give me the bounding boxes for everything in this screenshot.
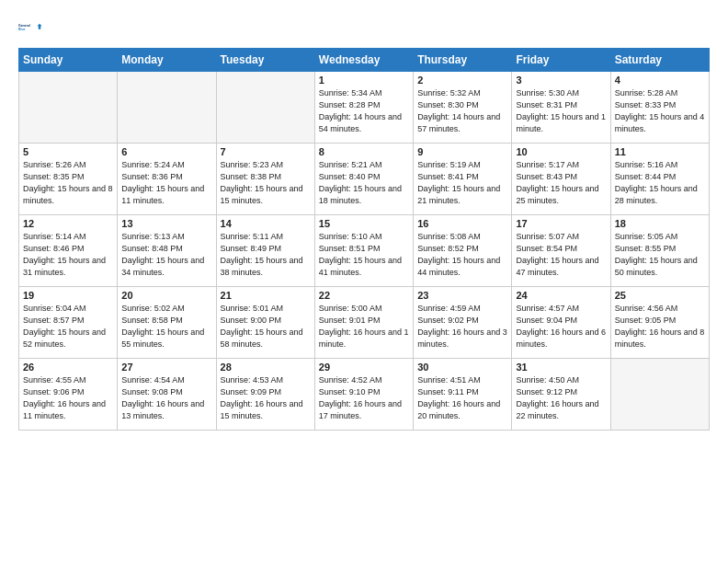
day-info: Sunrise: 4:54 AMSunset: 9:08 PMDaylight:… (121, 374, 211, 422)
calendar-header-saturday: Saturday (610, 49, 709, 72)
calendar-cell (610, 359, 709, 431)
calendar-cell: 23Sunrise: 4:59 AMSunset: 9:02 PMDayligh… (414, 287, 512, 359)
day-info: Sunrise: 5:01 AMSunset: 9:00 PMDaylight:… (221, 303, 311, 350)
day-info: Sunrise: 5:00 AMSunset: 9:01 PMDaylight:… (319, 303, 409, 350)
calendar-cell (216, 72, 314, 144)
day-number: 26 (23, 362, 113, 373)
day-number: 13 (121, 218, 211, 229)
day-info: Sunrise: 4:56 AMSunset: 9:05 PMDaylight:… (615, 303, 705, 350)
day-number: 19 (23, 290, 113, 301)
day-number: 8 (319, 146, 409, 157)
day-number: 21 (221, 290, 311, 301)
calendar-cell: 26Sunrise: 4:55 AMSunset: 9:06 PMDayligh… (19, 359, 118, 431)
day-info: Sunrise: 4:59 AMSunset: 9:02 PMDaylight:… (417, 303, 507, 350)
day-info: Sunrise: 4:52 AMSunset: 9:10 PMDaylight:… (319, 374, 409, 422)
calendar-cell: 30Sunrise: 4:51 AMSunset: 9:11 PMDayligh… (414, 359, 512, 431)
day-number: 20 (121, 290, 211, 301)
day-number: 17 (516, 218, 606, 229)
day-info: Sunrise: 5:32 AMSunset: 8:30 PMDaylight:… (417, 87, 507, 135)
calendar-cell: 20Sunrise: 5:02 AMSunset: 8:58 PMDayligh… (118, 287, 216, 359)
calendar-cell: 13Sunrise: 5:13 AMSunset: 8:48 PMDayligh… (118, 215, 216, 287)
svg-text:Blue: Blue (18, 28, 25, 31)
calendar-cell: 9Sunrise: 5:19 AMSunset: 8:41 PMDaylight… (414, 144, 512, 215)
calendar-header-monday: Monday (118, 49, 216, 72)
calendar-cell: 7Sunrise: 5:23 AMSunset: 8:38 PMDaylight… (216, 144, 314, 215)
calendar-cell: 29Sunrise: 4:52 AMSunset: 9:10 PMDayligh… (314, 359, 413, 431)
svg-marker-2 (38, 24, 42, 29)
calendar-cell: 18Sunrise: 5:05 AMSunset: 8:55 PMDayligh… (610, 215, 709, 287)
calendar-cell: 17Sunrise: 5:07 AMSunset: 8:54 PMDayligh… (512, 215, 610, 287)
calendar-header-wednesday: Wednesday (314, 49, 413, 72)
day-info: Sunrise: 4:57 AMSunset: 9:04 PMDaylight:… (516, 303, 606, 350)
week-row-3: 12Sunrise: 5:14 AMSunset: 8:46 PMDayligh… (19, 215, 710, 287)
calendar-cell: 10Sunrise: 5:17 AMSunset: 8:43 PMDayligh… (512, 144, 610, 215)
day-info: Sunrise: 5:21 AMSunset: 8:40 PMDaylight:… (319, 159, 409, 207)
day-number: 24 (516, 290, 606, 301)
calendar-cell: 6Sunrise: 5:24 AMSunset: 8:36 PMDaylight… (118, 144, 216, 215)
week-row-1: 1Sunrise: 5:34 AMSunset: 8:28 PMDaylight… (19, 72, 710, 144)
day-number: 18 (615, 218, 705, 229)
day-number: 25 (615, 290, 705, 301)
day-info: Sunrise: 5:23 AMSunset: 8:38 PMDaylight:… (221, 159, 311, 207)
day-number: 10 (516, 146, 606, 157)
day-number: 11 (615, 146, 705, 157)
day-info: Sunrise: 5:13 AMSunset: 8:48 PMDaylight:… (121, 231, 211, 279)
day-number: 12 (23, 218, 113, 229)
day-number: 2 (417, 75, 507, 86)
logo-icon: General Blue (18, 15, 44, 40)
day-number: 5 (23, 146, 113, 157)
header: General Blue (18, 15, 710, 40)
day-number: 29 (319, 362, 409, 373)
calendar-cell: 21Sunrise: 5:01 AMSunset: 9:00 PMDayligh… (216, 287, 314, 359)
calendar-cell: 24Sunrise: 4:57 AMSunset: 9:04 PMDayligh… (512, 287, 610, 359)
day-info: Sunrise: 5:07 AMSunset: 8:54 PMDaylight:… (516, 231, 606, 279)
calendar-header-thursday: Thursday (414, 49, 512, 72)
calendar-cell: 2Sunrise: 5:32 AMSunset: 8:30 PMDaylight… (414, 72, 512, 144)
day-number: 3 (516, 75, 606, 86)
calendar-cell: 16Sunrise: 5:08 AMSunset: 8:52 PMDayligh… (414, 215, 512, 287)
day-number: 23 (417, 290, 507, 301)
week-row-2: 5Sunrise: 5:26 AMSunset: 8:35 PMDaylight… (19, 144, 710, 215)
week-row-5: 26Sunrise: 4:55 AMSunset: 9:06 PMDayligh… (19, 359, 710, 431)
calendar-cell: 12Sunrise: 5:14 AMSunset: 8:46 PMDayligh… (19, 215, 118, 287)
day-info: Sunrise: 5:34 AMSunset: 8:28 PMDaylight:… (319, 87, 409, 135)
day-info: Sunrise: 5:08 AMSunset: 8:52 PMDaylight:… (417, 231, 507, 279)
calendar-cell: 14Sunrise: 5:11 AMSunset: 8:49 PMDayligh… (216, 215, 314, 287)
calendar-cell: 1Sunrise: 5:34 AMSunset: 8:28 PMDaylight… (314, 72, 413, 144)
calendar-header-friday: Friday (512, 49, 610, 72)
day-info: Sunrise: 5:02 AMSunset: 8:58 PMDaylight:… (121, 303, 211, 350)
calendar-cell: 27Sunrise: 4:54 AMSunset: 9:08 PMDayligh… (118, 359, 216, 431)
day-number: 4 (615, 75, 705, 86)
day-info: Sunrise: 5:30 AMSunset: 8:31 PMDaylight:… (516, 87, 606, 135)
day-number: 27 (121, 362, 211, 373)
calendar-cell: 8Sunrise: 5:21 AMSunset: 8:40 PMDaylight… (314, 144, 413, 215)
calendar-header-row: SundayMondayTuesdayWednesdayThursdayFrid… (19, 49, 710, 72)
calendar-header-tuesday: Tuesday (216, 49, 314, 72)
calendar-cell: 28Sunrise: 4:53 AMSunset: 9:09 PMDayligh… (216, 359, 314, 431)
day-info: Sunrise: 5:24 AMSunset: 8:36 PMDaylight:… (121, 159, 211, 207)
page: General Blue SundayMondayTuesdayWednesda… (0, 0, 728, 440)
day-info: Sunrise: 4:53 AMSunset: 9:09 PMDaylight:… (221, 374, 311, 422)
calendar-cell: 5Sunrise: 5:26 AMSunset: 8:35 PMDaylight… (19, 144, 118, 215)
day-number: 15 (319, 218, 409, 229)
day-number: 14 (221, 218, 311, 229)
day-number: 30 (417, 362, 507, 373)
day-number: 31 (516, 362, 606, 373)
day-info: Sunrise: 4:55 AMSunset: 9:06 PMDaylight:… (23, 374, 113, 422)
calendar-cell: 25Sunrise: 4:56 AMSunset: 9:05 PMDayligh… (610, 287, 709, 359)
week-row-4: 19Sunrise: 5:04 AMSunset: 8:57 PMDayligh… (19, 287, 710, 359)
day-info: Sunrise: 5:17 AMSunset: 8:43 PMDaylight:… (516, 159, 606, 207)
calendar-cell: 22Sunrise: 5:00 AMSunset: 9:01 PMDayligh… (314, 287, 413, 359)
logo: General Blue (18, 15, 44, 40)
calendar-cell: 3Sunrise: 5:30 AMSunset: 8:31 PMDaylight… (512, 72, 610, 144)
day-info: Sunrise: 5:04 AMSunset: 8:57 PMDaylight:… (23, 303, 113, 350)
calendar-cell: 4Sunrise: 5:28 AMSunset: 8:33 PMDaylight… (610, 72, 709, 144)
day-info: Sunrise: 5:19 AMSunset: 8:41 PMDaylight:… (417, 159, 507, 207)
day-info: Sunrise: 5:16 AMSunset: 8:44 PMDaylight:… (615, 159, 705, 207)
day-number: 16 (417, 218, 507, 229)
calendar-cell: 19Sunrise: 5:04 AMSunset: 8:57 PMDayligh… (19, 287, 118, 359)
calendar-header-sunday: Sunday (19, 49, 118, 72)
day-info: Sunrise: 5:10 AMSunset: 8:51 PMDaylight:… (319, 231, 409, 279)
day-info: Sunrise: 5:28 AMSunset: 8:33 PMDaylight:… (615, 87, 705, 135)
day-info: Sunrise: 5:26 AMSunset: 8:35 PMDaylight:… (23, 159, 113, 207)
